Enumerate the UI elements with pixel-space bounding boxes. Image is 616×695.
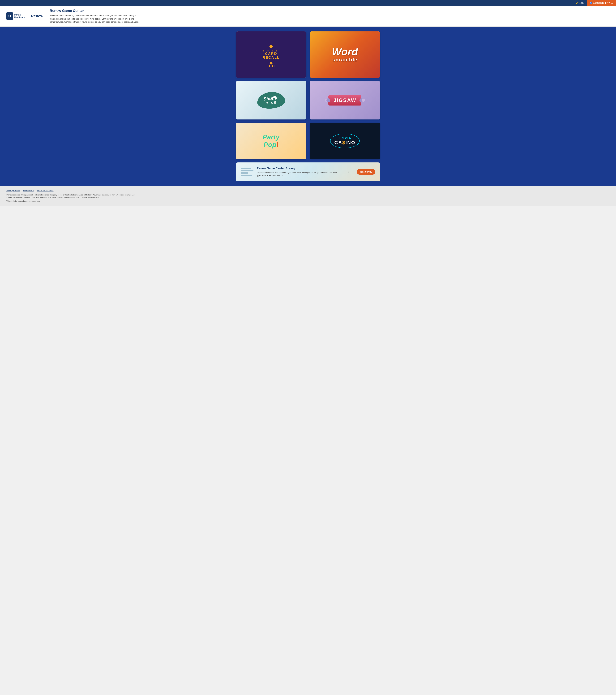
card-recall-title-art: CARDRECALL: [263, 52, 280, 60]
card-recall-pillars: ▐▐▐▐▐: [263, 65, 280, 67]
jigsaw-text: JiGSAW: [333, 97, 356, 103]
footer-links: Privacy Policies Accessibility Terms & C…: [6, 189, 610, 192]
card-recall-gem: ◆: [263, 60, 280, 65]
logo-divider: [28, 13, 28, 19]
survey-decoration-right: ◁: [344, 170, 353, 174]
site-header: U UnitedHealthcare Renew Renew Game Cent…: [0, 6, 616, 27]
survey-text: Renew Game Center Survey Please complete…: [257, 167, 341, 177]
survey-banner: Renew Game Center Survey Please complete…: [236, 163, 380, 181]
card-recall-decoration: ||||||||||||: [263, 50, 280, 51]
survey-line-3: [240, 172, 248, 174]
game-card-jigsaw: JiGSAW Jigsaw Puzzle 🧠 Do you find jigsa…: [310, 81, 380, 119]
shuffle-club-image: Shuffle CLUB: [236, 81, 306, 119]
keys-count: 1093: [579, 2, 584, 4]
survey-line-2: [240, 170, 253, 171]
accessibility-button[interactable]: ♿ ACCESSIBILITY ▲: [587, 0, 616, 6]
trivia-casino-image: TRIVIA CA$INO: [310, 123, 380, 159]
chevron-left-icon: ◁: [347, 170, 350, 174]
survey-line-4: [240, 175, 252, 176]
take-survey-button[interactable]: Take Survey: [357, 169, 376, 175]
shuffle-club-logo: Shuffle CLUB: [256, 91, 286, 110]
chevron-up-icon: ▲: [611, 2, 613, 4]
accessibility-label: ACCESSIBILITY: [593, 2, 610, 4]
card-recall-image: ♦ |||||||||||| CARDRECALL ◆ ▐▐▐▐▐: [236, 31, 306, 78]
accessibility-icon: ♿: [589, 2, 592, 4]
card-recall-logo: ♦ |||||||||||| CARDRECALL ◆ ▐▐▐▐▐: [263, 43, 280, 67]
top-bar: 🔑 1093 ♿ ACCESSIBILITY ▲: [0, 0, 616, 6]
word-scramble-scramble: scramble: [332, 57, 358, 63]
party-pop-pop: Pop: [264, 141, 276, 149]
main-content: ♦ |||||||||||| CARDRECALL ◆ ▐▐▐▐▐ Card R…: [0, 27, 616, 186]
trivia-casino-casino: CA$INO: [334, 140, 355, 145]
privacy-policies-link[interactable]: Privacy Policies: [6, 189, 20, 192]
header-text: Renew Game Center Welcome to the Renew b…: [50, 9, 610, 23]
word-scramble-logo: Word scramble: [332, 47, 358, 63]
word-scramble-word: Word: [332, 47, 358, 57]
survey-description: Please complete our brief user survey to…: [257, 171, 341, 177]
uhc-name: UnitedHealthcare: [14, 14, 25, 19]
party-pop-image: Party Pop!: [236, 123, 306, 159]
party-pop-party: Party: [263, 133, 280, 141]
footer: Privacy Policies Accessibility Terms & C…: [0, 186, 616, 206]
page-title: Renew Game Center: [50, 9, 610, 13]
key-icon: 🔑: [576, 2, 579, 4]
terms-conditions-link[interactable]: Terms & Conditions: [37, 189, 53, 192]
trivia-casino-badge: TRIVIA CA$INO: [330, 134, 360, 148]
word-scramble-image: Word scramble: [310, 31, 380, 78]
crown-icon: ♦: [263, 43, 280, 50]
party-pop-exclaim: !: [277, 141, 279, 149]
jigsaw-logo: JiGSAW: [328, 95, 362, 105]
survey-title: Renew Game Center Survey: [257, 167, 341, 170]
header-description: Welcome to the Renew by UnitedHealthcare…: [50, 14, 139, 23]
game-card-word-scramble: Word scramble Word Scramble 🤚 🧠 How quic…: [310, 31, 380, 78]
games-grid: ♦ |||||||||||| CARDRECALL ◆ ▐▐▐▐▐ Card R…: [236, 31, 380, 159]
trivia-casino-trivia: TRIVIA: [334, 136, 355, 140]
accessibility-link[interactable]: Accessibility: [23, 189, 34, 192]
keys-counter: 🔑 1093: [573, 2, 587, 4]
game-card-card-recall: ♦ |||||||||||| CARDRECALL ◆ ▐▐▐▐▐ Card R…: [236, 31, 306, 78]
survey-line-1: [240, 168, 251, 169]
survey-decoration-left: [240, 166, 253, 177]
trivia-casino-logo: TRIVIA CA$INO: [330, 134, 360, 148]
trivia-casino-dollar: $: [342, 140, 346, 145]
jigsaw-logo-container: JiGSAW: [328, 95, 362, 105]
party-pop-logo: Party Pop!: [263, 133, 280, 149]
footer-legal-text-2: This site is for entertainment purposes …: [6, 200, 135, 203]
logo-area: U UnitedHealthcare Renew: [6, 12, 43, 20]
uhc-logo: U UnitedHealthcare: [6, 12, 25, 20]
game-card-shuffle-club: Shuffle CLUB Shuffle Club 🤚 📱 Do you hav…: [236, 81, 306, 119]
game-card-party-pop: Party Pop! Party Pop 📱 Can you match the…: [236, 123, 306, 159]
jigsaw-right-piece: [362, 99, 365, 102]
renew-logo: Renew: [31, 14, 43, 18]
jigsaw-image: JiGSAW: [310, 81, 380, 119]
uhc-logo-icon: U: [6, 12, 13, 20]
footer-legal-text-1: Plans are insured through UnitedHealthca…: [6, 193, 135, 199]
game-card-trivia-casino: TRIVIA CA$INO Trivia Casino 👁 🤚 🧠 📱 How …: [310, 123, 380, 159]
svg-text:U: U: [9, 14, 11, 18]
